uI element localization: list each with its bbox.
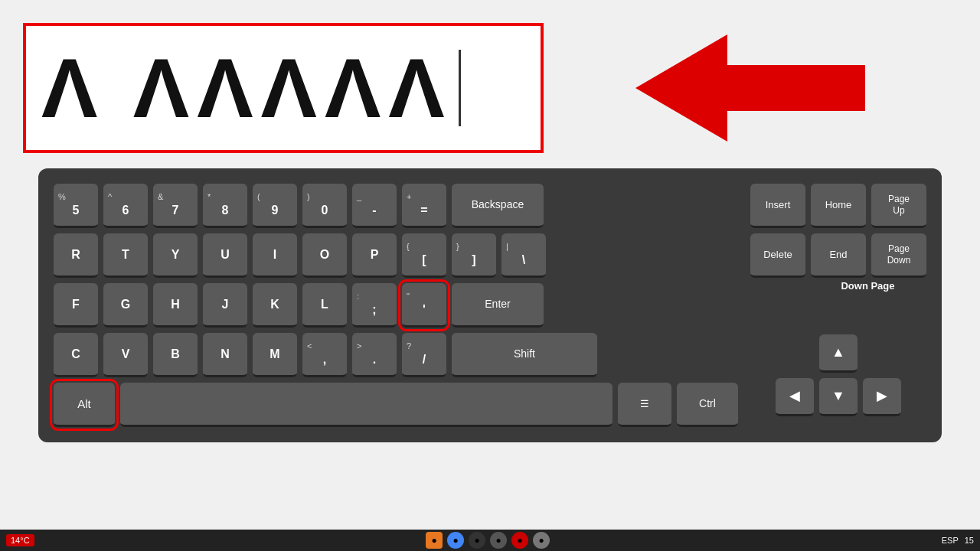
taskbar-temperature: 14°C (6, 534, 34, 546)
key-9[interactable]: (9 (253, 184, 297, 228)
keyboard-wrapper: %5 ^6 &7 *8 (9 )0 _- += Backspace R T Y … (38, 168, 942, 442)
key-f[interactable]: F (54, 283, 98, 328)
key-n[interactable]: N (203, 333, 247, 377)
key-row-bottom: Alt ☰ Ctrl (54, 383, 738, 427)
key-6[interactable]: ^6 (103, 184, 148, 228)
key-arrow-left[interactable]: ◀ (776, 378, 814, 416)
key-semicolon[interactable]: :; (352, 283, 397, 328)
key-8[interactable]: *8 (203, 184, 247, 228)
taskbar-lang: ESP (942, 536, 959, 545)
taskbar-icon-1[interactable]: ● (426, 532, 443, 549)
key-minus[interactable]: _- (352, 184, 397, 228)
key-period[interactable]: >. (352, 333, 397, 377)
taskbar-icon-3[interactable]: ● (469, 532, 485, 549)
key-delete[interactable]: Delete (750, 233, 805, 278)
key-u[interactable]: U (203, 233, 247, 278)
key-y[interactable]: Y (153, 233, 198, 278)
arrow-container (544, 27, 957, 149)
key-row-fghjkl: F G H J K L :; "' Enter (54, 283, 738, 328)
taskbar-icons: ● ● ● ● ● ● (38, 532, 939, 549)
nav-row-1: Insert Home PageUp (750, 184, 926, 228)
key-r[interactable]: R (54, 233, 98, 278)
key-bracket-open[interactable]: {[ (402, 233, 446, 278)
key-alt[interactable]: Alt (54, 383, 115, 427)
red-arrow-icon (635, 27, 865, 149)
key-t[interactable]: T (103, 233, 148, 278)
key-quote[interactable]: "' (402, 283, 446, 328)
key-l[interactable]: L (302, 283, 347, 328)
key-h[interactable]: H (153, 283, 198, 328)
taskbar-icon-5[interactable]: ● (511, 532, 528, 549)
taskbar-time: 15 (965, 536, 974, 545)
svg-marker-0 (635, 34, 865, 142)
caret-display: Λ ΛΛΛΛΛ (41, 46, 452, 130)
key-space[interactable] (120, 383, 612, 427)
key-page-up[interactable]: PageUp (871, 184, 926, 228)
keyboard-main: %5 ^6 &7 *8 (9 )0 _- += Backspace R T Y … (54, 184, 738, 427)
taskbar: 14°C ● ● ● ● ● ● ESP 15 (0, 530, 980, 551)
key-enter[interactable]: Enter (452, 283, 544, 328)
down-page-label: Down Page (838, 257, 898, 316)
key-o[interactable]: O (302, 233, 347, 278)
key-home[interactable]: Home (811, 184, 866, 228)
key-slash[interactable]: ?/ (402, 333, 446, 377)
key-insert[interactable]: Insert (750, 184, 805, 228)
cursor-caret (459, 50, 461, 126)
taskbar-icon-4[interactable]: ● (490, 532, 507, 549)
key-backspace[interactable]: Backspace (452, 184, 544, 228)
key-7[interactable]: &7 (153, 184, 198, 228)
key-comma[interactable]: <, (302, 333, 347, 377)
key-m[interactable]: M (253, 333, 297, 377)
key-arrow-down[interactable]: ▼ (819, 378, 858, 416)
taskbar-left: 14°C (6, 534, 34, 546)
key-arrow-up[interactable]: ▲ (819, 334, 858, 373)
key-i[interactable]: I (253, 233, 297, 278)
key-row-cvbnm: C V B N M <, >. ?/ Shift (54, 333, 738, 377)
key-g[interactable]: G (103, 283, 148, 328)
key-ctrl[interactable]: Ctrl (677, 383, 738, 427)
key-menu[interactable]: ☰ (618, 383, 671, 427)
key-v[interactable]: V (103, 333, 148, 377)
key-row-rtyuiop: R T Y U I O P {[ }] |\ (54, 233, 738, 278)
key-b[interactable]: B (153, 333, 198, 377)
key-5[interactable]: %5 (54, 184, 98, 228)
key-shift-right[interactable]: Shift (452, 333, 597, 377)
key-k[interactable]: K (253, 283, 297, 328)
top-section: Λ ΛΛΛΛΛ (23, 15, 957, 153)
text-box: Λ ΛΛΛΛΛ (23, 23, 544, 153)
taskbar-icon-2[interactable]: ● (447, 532, 464, 549)
key-p[interactable]: P (352, 233, 397, 278)
key-j[interactable]: J (203, 283, 247, 328)
key-backslash[interactable]: |\ (501, 233, 546, 278)
key-row-numbers: %5 ^6 &7 *8 (9 )0 _- += Backspace (54, 184, 738, 228)
taskbar-right: ESP 15 (942, 536, 974, 545)
key-equals[interactable]: += (402, 184, 446, 228)
main-area: Λ ΛΛΛΛΛ %5 ^6 &7 *8 (9 )0 _- += (0, 0, 980, 530)
key-c[interactable]: C (54, 333, 98, 377)
taskbar-icon-6[interactable]: ● (533, 532, 550, 549)
key-arrow-right[interactable]: ▶ (863, 378, 901, 416)
key-0[interactable]: )0 (302, 184, 347, 228)
key-bracket-close[interactable]: }] (452, 233, 496, 278)
